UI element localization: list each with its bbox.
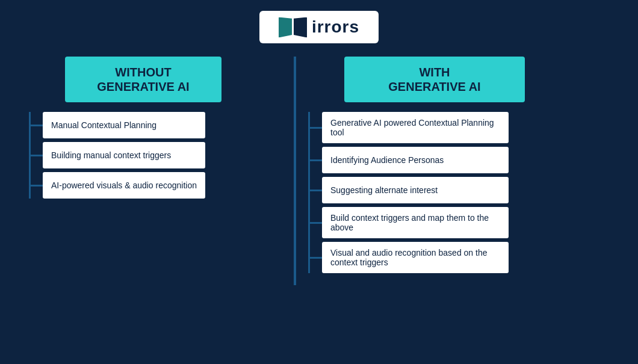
logo-page-right <box>294 16 307 37</box>
left-item-box-3: AI-powered visuals & audio recognition <box>43 172 205 199</box>
left-item-row-2: Building manual context triggers <box>31 142 205 168</box>
main-content: WITHOUTGENERATIVE AI Manual Contextual P… <box>0 57 638 285</box>
logo-page-left <box>279 16 292 37</box>
left-items-wrapper: Manual Contextual Planning Building manu… <box>29 112 205 199</box>
right-item-box-2: Identifying Audience Personas <box>322 147 509 173</box>
right-h-line-1 <box>310 127 322 129</box>
left-h-line-1 <box>31 125 43 126</box>
center-divider <box>294 57 296 285</box>
right-item-row-1: Generative AI powered Contextual Plannin… <box>310 112 509 143</box>
left-column: WITHOUTGENERATIVE AI Manual Contextual P… <box>29 57 282 199</box>
logo-icon <box>279 17 307 37</box>
right-item-box-3: Suggesting alternate interest <box>322 177 509 203</box>
left-items-list: Manual Contextual Planning Building manu… <box>31 112 205 199</box>
right-items-list: Generative AI powered Contextual Plannin… <box>310 112 509 273</box>
left-section-header: WITHOUTGENERATIVE AI <box>65 57 221 102</box>
right-item-row-4: Build context triggers and map them to t… <box>310 207 509 238</box>
right-section-header: WITHGENERATIVE AI <box>344 57 525 102</box>
left-bracket-line <box>29 112 31 199</box>
right-item-row-3: Suggesting alternate interest <box>310 177 509 203</box>
left-item-row-3: AI-powered visuals & audio recognition <box>31 172 205 199</box>
right-item-row-2: Identifying Audience Personas <box>310 147 509 173</box>
right-item-box-4: Build context triggers and map them to t… <box>322 207 509 238</box>
right-items-wrapper: Generative AI powered Contextual Plannin… <box>308 112 509 273</box>
left-h-line-2 <box>31 155 43 156</box>
logo-text: irrors <box>312 17 359 37</box>
left-item-row-1: Manual Contextual Planning <box>31 112 205 138</box>
left-item-box-1: Manual Contextual Planning <box>43 112 205 138</box>
right-h-line-2 <box>310 159 322 161</box>
left-h-line-3 <box>31 185 43 187</box>
right-h-line-4 <box>310 222 322 224</box>
right-item-row-5: Visual and audio recognition based on th… <box>310 242 509 273</box>
right-column: WITHGENERATIVE AI Generative AI powered … <box>308 57 609 273</box>
right-h-line-3 <box>310 190 322 191</box>
logo-container: irrors <box>259 11 379 43</box>
right-bracket-line <box>308 112 310 273</box>
right-item-box-1: Generative AI powered Contextual Plannin… <box>322 112 509 143</box>
right-item-box-5: Visual and audio recognition based on th… <box>322 242 509 273</box>
left-item-box-2: Building manual context triggers <box>43 142 205 168</box>
right-h-line-5 <box>310 257 322 259</box>
